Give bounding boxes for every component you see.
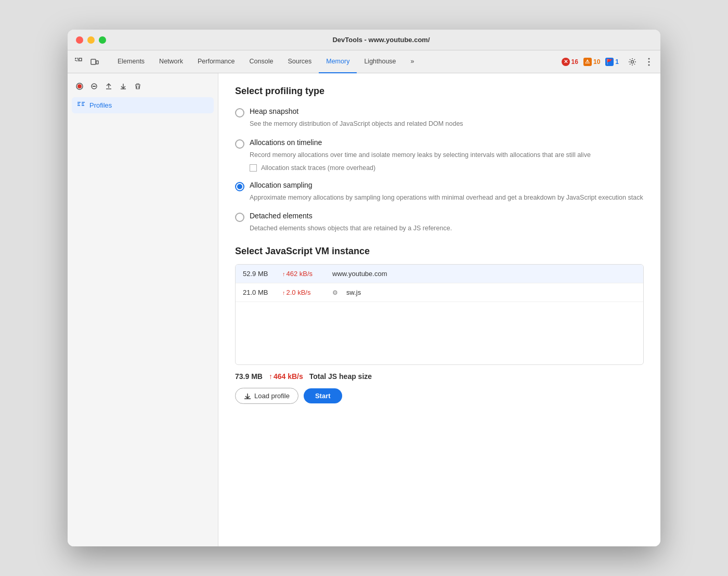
radio-allocations-timeline[interactable]	[235, 139, 244, 149]
download-button[interactable]	[116, 80, 130, 93]
option-row-heap: Heap snapshot	[235, 107, 644, 117]
svg-point-7	[648, 64, 650, 66]
vm-instances-table: 52.9 MB ↑462 kB/s www.youtube.com 21.0 M…	[235, 264, 644, 365]
vm-gear-icon: ⚙	[332, 289, 338, 296]
more-options-icon[interactable]	[642, 55, 656, 69]
vm-name-youtube: www.youtube.com	[332, 270, 387, 278]
tab-network[interactable]: Network	[152, 50, 190, 73]
vm-name-swjs: sw.js	[346, 289, 361, 296]
vm-row-youtube[interactable]: 52.9 MB ↑462 kB/s www.youtube.com	[236, 265, 643, 283]
vm-row-swjs[interactable]: 21.0 MB ↑2.0 kB/s ⚙ sw.js	[236, 283, 643, 302]
devtools-window: DevTools - www.youtube.com/ Elements Net…	[68, 30, 660, 546]
main-layout: Profiles Select profiling type Heap snap…	[68, 73, 660, 546]
radio-heap-snapshot[interactable]	[235, 108, 244, 117]
vm-empty-area	[236, 302, 643, 364]
detached-elements-label: Detached elements	[250, 212, 313, 220]
profiles-icon	[77, 100, 85, 110]
warning-icon: ⚠	[583, 58, 592, 66]
svg-rect-3	[96, 61, 98, 64]
heap-snapshot-label: Heap snapshot	[250, 107, 298, 115]
option-heap-snapshot: Heap snapshot See the memory distributio…	[235, 107, 644, 129]
load-profile-button[interactable]: Load profile	[235, 388, 298, 404]
heap-info: 73.9 MB ↑464 kB/s Total JS heap size	[235, 372, 644, 381]
content-area: Select profiling type Heap snapshot See …	[218, 73, 660, 546]
clear-button[interactable]	[131, 80, 145, 93]
warn-count-badge: ⚠ 10	[583, 58, 600, 66]
tab-lighthouse[interactable]: Lighthouse	[357, 50, 403, 73]
sidebar-toolbar	[72, 77, 214, 97]
svg-rect-1	[79, 58, 82, 61]
tab-console[interactable]: Console	[242, 50, 281, 73]
main-toolbar: Elements Network Performance Console Sou…	[68, 50, 660, 73]
start-button[interactable]: Start	[304, 388, 342, 403]
up-arrow-icon: ↑	[282, 271, 285, 277]
svg-rect-15	[77, 103, 80, 104]
nav-extras: ✕ 16 ⚠ 10 🚩 1	[562, 55, 656, 69]
record-button[interactable]	[73, 80, 86, 93]
close-button[interactable]	[76, 36, 83, 44]
window-title: DevTools - www.youtube.com/	[110, 36, 652, 44]
action-buttons: Load profile Start	[235, 388, 644, 404]
sidebar: Profiles	[68, 73, 218, 546]
traffic-lights	[76, 36, 106, 44]
tab-memory[interactable]: Memory	[319, 50, 357, 73]
allocation-sampling-label: Allocation sampling	[250, 181, 313, 189]
vm-rate-swjs: ↑2.0 kB/s	[282, 289, 324, 296]
total-heap-rate: ↑464 kB/s	[269, 372, 303, 381]
heap-label: Total JS heap size	[309, 372, 372, 381]
vm-size-swjs: 21.0 MB	[243, 289, 274, 296]
option-allocation-sampling: Allocation sampling Approximate memory a…	[235, 181, 644, 203]
settings-icon[interactable]	[625, 55, 640, 69]
heap-snapshot-desc: See the memory distribution of JavaScrip…	[250, 119, 644, 129]
nav-tabs: Elements Network Performance Console Sou…	[110, 50, 422, 73]
up-arrow-icon-2: ↑	[282, 290, 285, 296]
upload-button[interactable]	[102, 80, 115, 93]
titlebar: DevTools - www.youtube.com/	[68, 30, 660, 50]
option-allocations-timeline: Allocations on timeline Record memory al…	[235, 138, 644, 172]
minimize-button[interactable]	[87, 36, 95, 44]
svg-rect-16	[77, 105, 80, 106]
radio-allocation-sampling[interactable]	[235, 182, 244, 191]
tab-more[interactable]: »	[404, 50, 422, 73]
svg-rect-19	[82, 105, 84, 106]
info-icon: 🚩	[605, 58, 614, 66]
footer: 73.9 MB ↑464 kB/s Total JS heap size Loa…	[235, 365, 644, 411]
allocation-stack-traces-row: Allocation stack traces (more overhead)	[250, 164, 644, 172]
load-profile-label: Load profile	[254, 392, 290, 400]
allocation-stack-traces-label: Allocation stack traces (more overhead)	[261, 164, 375, 172]
allocations-timeline-desc: Record memory allocations over time and …	[250, 150, 644, 160]
profiling-type-title: Select profiling type	[235, 86, 644, 97]
toolbar-icons	[72, 55, 102, 69]
select-element-icon[interactable]	[72, 55, 86, 69]
svg-rect-0	[75, 58, 78, 61]
svg-rect-2	[91, 59, 96, 64]
svg-point-4	[631, 60, 634, 63]
radio-detached-elements[interactable]	[235, 213, 244, 222]
maximize-button[interactable]	[99, 36, 106, 44]
option-detached-elements: Detached elements Detached elements show…	[235, 212, 644, 233]
vm-size-youtube: 52.9 MB	[243, 270, 274, 278]
option-row-timeline: Allocations on timeline	[235, 138, 644, 149]
device-toggle-icon[interactable]	[87, 55, 102, 69]
info-count-badge: 🚩 1	[605, 58, 619, 66]
stop-button[interactable]	[87, 80, 101, 93]
sidebar-item-label: Profiles	[89, 101, 112, 109]
allocation-sampling-desc: Approximate memory allocations by sampli…	[250, 193, 644, 203]
sidebar-item-profiles[interactable]: Profiles	[72, 97, 214, 113]
svg-rect-18	[82, 103, 84, 104]
vm-section-title: Select JavaScript VM instance	[235, 246, 644, 257]
tab-elements[interactable]: Elements	[110, 50, 152, 73]
option-row-detached: Detached elements	[235, 212, 644, 222]
tab-sources[interactable]: Sources	[280, 50, 319, 73]
error-count-badge: ✕ 16	[562, 58, 578, 66]
error-icon: ✕	[562, 58, 570, 66]
vm-rate-youtube: ↑462 kB/s	[282, 270, 324, 278]
svg-rect-14	[77, 102, 81, 103]
allocation-stack-traces-checkbox[interactable]	[250, 164, 257, 172]
svg-point-6	[648, 61, 650, 62]
svg-point-9	[77, 84, 82, 88]
allocations-timeline-label: Allocations on timeline	[250, 138, 322, 147]
tab-performance[interactable]: Performance	[190, 50, 242, 73]
detached-elements-desc: Detached elements shows objects that are…	[250, 224, 644, 233]
svg-point-5	[648, 58, 650, 59]
